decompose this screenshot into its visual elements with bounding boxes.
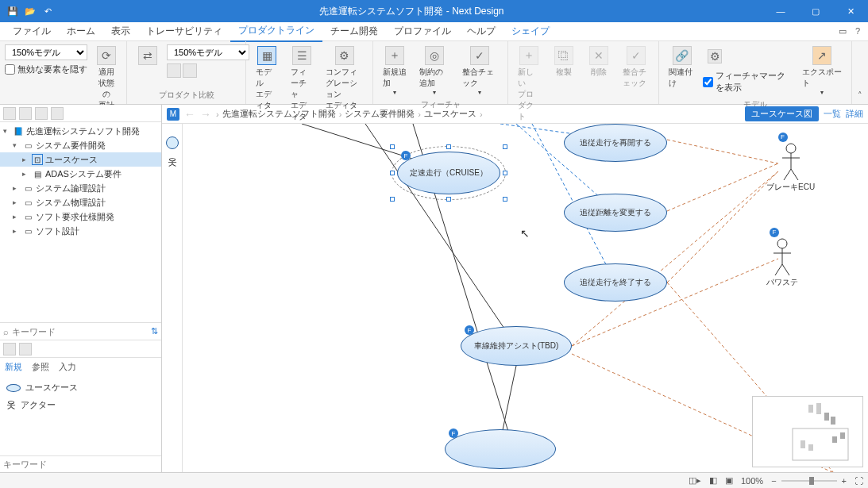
usecase-node[interactable]: 追従走行を再開する <box>564 124 667 162</box>
tree-tool2-icon[interactable] <box>19 107 32 120</box>
fit-icon[interactable]: ⛶ <box>854 476 863 486</box>
tree-search-input[interactable] <box>12 327 148 336</box>
delete-button[interactable]: ✕削除 <box>583 44 615 79</box>
svg-point-14 <box>786 144 796 153</box>
collapse-ribbon-icon[interactable]: ˄ <box>852 41 868 104</box>
usecase-node[interactable]: F <box>445 429 556 469</box>
show-feature-mark-checkbox[interactable]: フィーチャマークを表示 <box>703 70 793 94</box>
zoom-slider[interactable] <box>781 480 837 482</box>
status-icon[interactable]: ◧ <box>709 475 717 486</box>
panel-tool1-icon[interactable] <box>3 343 16 355</box>
add-constraint-button[interactable]: ◎制約の追加▾ <box>415 44 454 98</box>
associate-sub-icon[interactable]: ⚙ <box>703 48 793 67</box>
usecase-node[interactable]: 追従距離を変更する <box>564 194 667 232</box>
filter-icon[interactable]: ⇅ <box>151 326 158 336</box>
export-button[interactable]: ↗エクスポート▾ <box>797 44 847 98</box>
add-new-button[interactable]: ＋新規追加▾ <box>378 44 411 98</box>
diagram-canvas[interactable]: F 定速走行（CRUISE） 追従走行を再開する 追従距離を変更する 追従走行を… <box>183 124 868 472</box>
config-consistency-button[interactable]: ✓整合チェック <box>618 44 654 90</box>
svg-rect-29 <box>800 440 805 448</box>
menu-bar: ファイル ホーム 表示 トレーサビリティ プロダクトライン チーム開発 プロファ… <box>0 22 868 41</box>
palette-search-input[interactable] <box>3 459 158 469</box>
menu-shape[interactable]: シェイプ <box>503 21 557 41</box>
palette-tab-input[interactable]: 入力 <box>59 361 76 373</box>
usecase-node[interactable]: F 定速走行（CRUISE） <box>397 152 500 194</box>
window-icon[interactable]: ▭ <box>839 26 847 36</box>
menu-team[interactable]: チーム開発 <box>322 21 386 41</box>
compare-button[interactable]: ⇄ <box>132 44 164 68</box>
menu-productline[interactable]: プロダクトライン <box>230 21 322 42</box>
actor-tool-icon[interactable]: 옷 <box>166 156 179 168</box>
svg-line-17 <box>784 169 791 180</box>
feature-mark-icon: F <box>449 428 458 438</box>
nav-back-icon[interactable]: ← <box>184 108 195 121</box>
tree-tool4-icon[interactable] <box>51 107 64 120</box>
menu-file[interactable]: ファイル <box>5 21 59 41</box>
feature-consistency-button[interactable]: ✓整合チェック▾ <box>457 44 503 98</box>
menu-home[interactable]: ホーム <box>59 21 103 41</box>
svg-line-6 <box>667 140 778 163</box>
config-editor-button[interactable]: ⚙コンフィグレーション エディタ <box>321 44 368 113</box>
svg-rect-26 <box>816 403 821 414</box>
tree-node[interactable]: ▾▭システム要件開発 <box>0 138 161 152</box>
tree-tool1-icon[interactable] <box>3 107 16 120</box>
feature-mark-icon: F <box>778 133 788 142</box>
palette-tab-ref[interactable]: 参照 <box>32 361 49 373</box>
ellipse-tool-icon[interactable] <box>166 136 179 149</box>
save-icon[interactable]: 💾 <box>6 5 19 17</box>
palette-usecase[interactable]: ユースケース <box>6 379 155 396</box>
hide-invalid-checkbox[interactable]: 無効な要素を隠す <box>5 63 87 75</box>
tree-node[interactable]: ▸▭ソフト設計 <box>0 224 161 238</box>
menu-help[interactable]: ヘルプ <box>459 21 503 41</box>
open-icon[interactable]: 📂 <box>24 5 37 17</box>
tree-tool3-icon[interactable] <box>35 107 48 120</box>
actor-node[interactable]: F パワステ <box>766 227 798 288</box>
zoom-out-button[interactable]: − <box>771 476 776 486</box>
nav-fwd-icon[interactable]: → <box>200 108 211 121</box>
model-dropdown[interactable]: 150%モデル <box>5 44 87 60</box>
compare-dropdown[interactable]: 150%モデル <box>167 44 249 60</box>
view-detail-link[interactable]: 詳細 <box>846 108 863 120</box>
svg-rect-32 <box>840 432 845 439</box>
model-editor-button[interactable]: ▦モデル エディタ <box>251 44 283 113</box>
zoom-in-button[interactable]: + <box>842 476 847 486</box>
maximize-button[interactable]: ▢ <box>798 0 833 22</box>
palette-tab-new[interactable]: 新規 <box>5 361 22 373</box>
view-list-link[interactable]: 一覧 <box>824 108 841 120</box>
usecase-node[interactable]: 追従走行を終了する <box>564 263 667 302</box>
tree-node-usecase[interactable]: ▸⊡ユースケース <box>0 152 161 167</box>
menu-traceability[interactable]: トレーサビリティ <box>138 21 230 41</box>
menu-profile[interactable]: プロファイル <box>386 21 459 41</box>
palette-actor[interactable]: 옷アクター <box>6 396 155 414</box>
compare-opt1-icon[interactable] <box>167 63 181 78</box>
compare-opt2-icon[interactable] <box>183 63 197 78</box>
panel-tool2-icon[interactable] <box>19 343 32 355</box>
menu-view[interactable]: 表示 <box>103 21 138 41</box>
title-bar: 💾 📂 ↶ 先進運転システムソフト開発 - Next Design — ▢ ✕ <box>0 0 868 22</box>
breadcrumb-item[interactable]: 先進運転システムソフト開発 <box>222 108 336 120</box>
duplicate-button[interactable]: ⿻複製 <box>548 44 580 79</box>
breadcrumb-item[interactable]: システム要件開発 <box>345 108 415 120</box>
close-button[interactable]: ✕ <box>833 0 868 22</box>
svg-rect-25 <box>808 405 813 413</box>
undo-icon[interactable]: ↶ <box>41 5 54 17</box>
tree-node[interactable]: ▸▭ソフト要求仕様開発 <box>0 209 161 224</box>
tree-node[interactable]: ▸▭システム物理設計 <box>0 195 161 209</box>
actor-node[interactable]: F ブレーキECU <box>766 132 815 193</box>
svg-line-8 <box>667 171 778 282</box>
minimap[interactable] <box>752 396 863 467</box>
tree-root[interactable]: ▾📘先進運転システムソフト開発 <box>0 124 161 138</box>
status-icon[interactable]: ◫▸ <box>689 475 701 486</box>
minimize-button[interactable]: — <box>763 0 798 22</box>
breadcrumb-item[interactable]: ユースケース <box>424 108 476 120</box>
svg-line-18 <box>791 169 798 180</box>
tree-node[interactable]: ▸▤ADASシステム要件 <box>0 167 161 181</box>
help-icon[interactable]: ? <box>855 26 860 36</box>
tree-node[interactable]: ▸▭システム論理設計 <box>0 181 161 195</box>
associate-button[interactable]: 🔗関連付け <box>664 44 700 90</box>
view-diagram-button[interactable]: ユースケース図 <box>745 106 819 121</box>
svg-rect-28 <box>831 417 835 425</box>
usecase-node[interactable]: F車線維持アシスト(TBD) <box>461 326 572 366</box>
zoom-value: 100% <box>741 476 763 486</box>
status-icon[interactable]: ▣ <box>725 475 733 486</box>
